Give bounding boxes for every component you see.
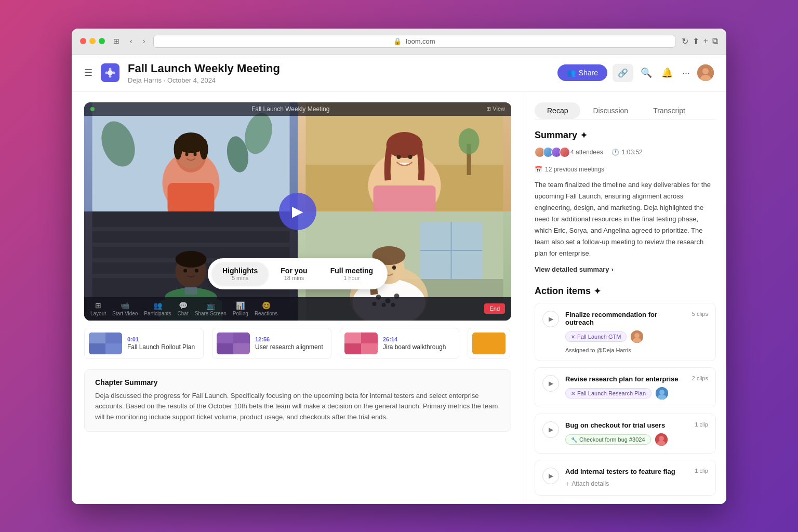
svg-rect-15 — [168, 183, 215, 211]
participants-icon: 👥 — [153, 301, 162, 310]
svg-point-0 — [108, 70, 113, 75]
chapter-thumb-1 — [89, 332, 122, 354]
app-header: ☰ Fall Launch Weekly Meeting Deja Harris… — [72, 55, 726, 92]
full-meeting-option[interactable]: Full meeting 1 hour — [320, 262, 383, 285]
video-control[interactable]: 📹 Start Video — [112, 301, 138, 316]
play-button-overlay: ▶ — [279, 193, 316, 230]
share-screen-control[interactable]: 📺 Share Screen — [195, 301, 227, 316]
action-item-3: ▶ Bug on checkout for trial users 🔧 Chec… — [535, 414, 716, 454]
tab-transcript[interactable]: Transcript — [641, 102, 698, 119]
action-play-4[interactable]: ▶ — [542, 468, 559, 484]
chapter-item-2[interactable]: 12:56 User research alignment — [212, 328, 331, 359]
participants-control[interactable]: 👥 Participants — [144, 301, 171, 316]
action-items-title: Action items — [535, 286, 591, 297]
svg-point-31 — [408, 155, 413, 159]
video-cell-2 — [298, 102, 511, 211]
for-you-option[interactable]: For you 18 mins — [270, 262, 317, 285]
summary-heading: Summary ✦ — [535, 130, 716, 141]
chapter-1-time: 0:01 — [127, 336, 195, 342]
view-button[interactable]: ⊞ View — [486, 105, 505, 112]
layout-label: Layout — [90, 311, 106, 316]
action-play-3[interactable]: ▶ — [542, 421, 559, 438]
end-meeting-button[interactable]: End — [484, 303, 505, 314]
action-items-section: Action items ✦ ▶ Finalize recommendation… — [535, 286, 716, 496]
polling-control[interactable]: 📊 Polling — [233, 301, 248, 316]
action-play-2[interactable]: ▶ — [542, 375, 559, 392]
share-button[interactable]: 👥 Share — [557, 64, 607, 81]
chapter-item-3[interactable]: 26:14 Jira board walkthrough — [340, 328, 459, 359]
tag-icon-3: 🔧 — [571, 437, 577, 443]
fullscreen-traffic-light[interactable] — [99, 38, 105, 44]
header-meta: Deja Harris · October 4, 2024 — [128, 76, 549, 84]
recording-indicator — [90, 107, 95, 111]
chat-control[interactable]: 💬 Chat — [178, 301, 189, 316]
tab-discussion[interactable]: Discussion — [580, 102, 641, 119]
attendees-meta: 4 attendees — [535, 147, 603, 157]
polling-label: Polling — [233, 311, 248, 316]
chapter-summary-text: Deja discussed the progress for Fall Lau… — [95, 391, 500, 423]
close-traffic-light[interactable] — [80, 38, 86, 44]
forward-button[interactable]: › — [141, 36, 148, 46]
search-button[interactable]: 🔍 — [639, 65, 654, 81]
sidebar-toggle-button[interactable]: ⊞ — [111, 36, 122, 46]
svg-rect-27 — [374, 185, 436, 211]
duration-meta: 🕐 1:03:52 — [611, 149, 643, 156]
prev-meetings-text: 12 previous meetings — [545, 166, 604, 173]
calendar-icon: 📅 — [535, 166, 542, 173]
action-play-1[interactable]: ▶ — [542, 311, 559, 327]
copy-link-button[interactable]: 🔗 — [613, 64, 633, 82]
address-bar[interactable]: 🔒 loom.com — [153, 35, 675, 48]
tab-bar: Recap Discussion Transcript — [535, 102, 716, 119]
author-name: Deja Harris — [128, 76, 162, 84]
more-options-button[interactable]: ··· — [680, 65, 692, 81]
layout-control[interactable]: ⊞ Layout — [90, 301, 106, 316]
tag-label-3: Checkout form bug #3024 — [579, 436, 645, 443]
tag-label-2: Fall Launch Research Plan — [577, 390, 646, 396]
svg-point-84 — [659, 390, 664, 395]
highlights-time: 5 mins — [222, 275, 258, 281]
video-icon: 📹 — [121, 301, 129, 310]
svg-rect-64 — [89, 332, 105, 343]
chapter-item[interactable]: 0:01 Fall Launch Rollout Plan — [84, 328, 204, 359]
participants-label: Participants — [144, 311, 171, 316]
action-tags-4: + Attach details — [565, 480, 688, 488]
user-avatar-button[interactable] — [697, 64, 714, 81]
action-content-4: Add internal testers to feature flag + A… — [565, 468, 688, 488]
action-tag-1: ✕ Fall Launch GTM — [565, 331, 627, 342]
notifications-button[interactable]: 🔔 — [659, 65, 675, 81]
hamburger-menu-button[interactable]: ☰ — [84, 67, 92, 78]
action-tag-3: 🔧 Checkout form bug #3024 — [565, 434, 651, 445]
refresh-button[interactable]: ↻ — [682, 36, 688, 46]
sparkle-icon: ✦ — [580, 130, 587, 140]
chat-label: Chat — [178, 311, 189, 316]
reactions-control[interactable]: 😊 Reactions — [255, 301, 277, 316]
action-title-4: Add internal testers to feature flag — [565, 468, 688, 475]
svg-rect-77 — [361, 343, 378, 354]
chapter-item-4[interactable] — [468, 328, 510, 359]
action-item-4: ▶ Add internal testers to feature flag +… — [535, 460, 716, 496]
tag-icon-2: ✕ — [571, 391, 575, 396]
view-summary-link[interactable]: View detailed summary › — [535, 265, 716, 273]
play-button[interactable]: ▶ — [279, 193, 316, 230]
svg-point-41 — [176, 251, 207, 268]
svg-point-30 — [397, 155, 401, 159]
new-tab-button[interactable]: + — [703, 36, 708, 46]
highlights-selector: Highlights 5 mins For you 18 mins Full m… — [208, 258, 388, 289]
summary-meta: 4 attendees 🕐 1:03:52 📅 12 previous meet… — [535, 147, 716, 173]
chapter-1-info: 0:01 Fall Launch Rollout Plan — [127, 336, 195, 351]
svg-rect-35 — [92, 243, 290, 247]
attach-details-button[interactable]: + Attach details — [565, 480, 609, 488]
minimize-traffic-light[interactable] — [89, 38, 96, 44]
summary-body: The team finalized the timeline and key … — [535, 179, 716, 260]
share-page-button[interactable]: ⬆ — [693, 36, 699, 46]
tabs-button[interactable]: ⧉ — [712, 36, 718, 46]
back-button[interactable]: ‹ — [128, 36, 135, 46]
tab-recap[interactable]: Recap — [535, 102, 580, 119]
reactions-icon: 😊 — [262, 301, 271, 310]
highlights-option[interactable]: Highlights 5 mins — [212, 262, 268, 285]
main-layout: Fall Launch Weekly Meeting ⊞ View — [72, 92, 726, 504]
svg-rect-76 — [344, 343, 361, 354]
svg-point-1 — [109, 68, 112, 71]
video-player[interactable]: Fall Launch Weekly Meeting ⊞ View — [84, 102, 511, 321]
action-content-1: Finalize recommendation for outreach ✕ F… — [565, 311, 686, 353]
